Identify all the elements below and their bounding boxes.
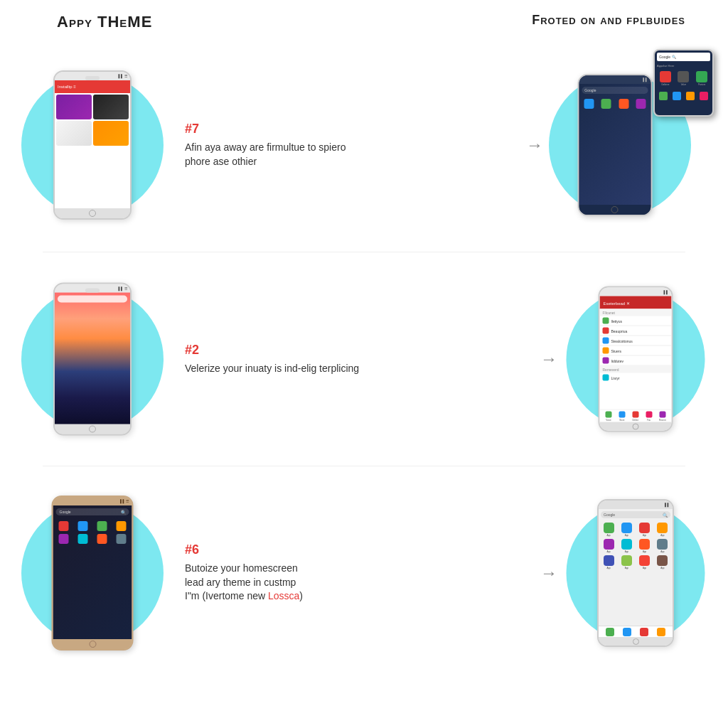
phone-img-r1: ▌▌ Google (577, 74, 652, 216)
zoom-icon-circle (678, 71, 689, 82)
card-dark (93, 95, 129, 119)
r3-icons-grid: App App App App (599, 520, 673, 572)
zoom-icons-row: Galbrine Valve Panionr (655, 68, 712, 89)
r2-bottom-label: Voice (606, 418, 611, 421)
home-circle-r3 (633, 638, 639, 645)
r3-icon (657, 523, 668, 533)
phone-camera-1 (85, 76, 100, 80)
row-2: ▌▌ ☰ #2 Velerize your inuaty is ind-elig… (14, 252, 714, 466)
r2-list-label: Lisryr (611, 375, 620, 380)
step-desc-2: Velerize your inuaty is ind-elig terplic… (185, 362, 359, 376)
phone-screen-3: Google 🔍 (53, 505, 132, 639)
p3-icon (97, 534, 107, 544)
r2-list-item: Stuers (600, 346, 672, 356)
r3-icon-item: App (601, 555, 616, 569)
r3-icon-label: App (643, 534, 646, 537)
zoom-icon-item: Panionr (696, 71, 707, 86)
arrow-1: → (526, 135, 543, 155)
r2-section-header2: Remeverd (600, 366, 672, 373)
r3-screen: Google 🔍 App App (599, 509, 673, 626)
main-content: ▌▌ ☰ Installtp ≡ #7 Afin aya away (0, 38, 728, 680)
phone-img-2: ▌▌ ☰ (53, 283, 132, 436)
home-btn-2 (55, 424, 130, 434)
card-ar (56, 95, 92, 119)
r3-search: Google 🔍 (56, 508, 129, 515)
r3-bottom-icon (640, 628, 648, 636)
r2-list-item: Iiddutev (600, 356, 672, 366)
r2-bottom-label: Recent (659, 418, 666, 421)
r2-list-label: Iletiyus (611, 318, 623, 323)
phone1-topbar: Installtp ≡ (55, 80, 130, 93)
zoom-icon-item: Galbrine (660, 71, 671, 86)
step-desc-1: Afin aya away are firmultue to spiero ph… (185, 141, 370, 168)
r3-icon (604, 523, 614, 533)
r2-topbar: Eseterbead ✕ (600, 296, 672, 309)
home-circle-r2 (633, 423, 639, 429)
home-circle-3 (89, 641, 96, 648)
r1-icon (636, 99, 646, 109)
r2-bottom-icon (605, 411, 611, 417)
card-photo (56, 121, 92, 146)
r2-list-item: Beaupriua (600, 326, 672, 336)
phone-screen-2 (55, 293, 130, 424)
zoom-bottom-icon (700, 92, 708, 100)
highlight-text: Lossca (268, 590, 299, 601)
r2-list-label: Stuers (611, 348, 621, 353)
zoom-icon-item: Valve (678, 71, 689, 86)
r3-icon-item: App (637, 539, 653, 553)
r2-section-header: Fllcanet (600, 309, 672, 316)
r3-bottom-icon (623, 628, 631, 636)
phone3-icons-grid (53, 518, 132, 547)
r3-icon-item: App (655, 523, 670, 537)
r2-list: Fllcanet Iletiyus Beaupriua Stealcottonu… (600, 309, 672, 410)
r3-icon-item: App (601, 523, 616, 537)
r2-bottom-item: Fav (646, 411, 652, 421)
step-number-1: #7 (185, 122, 199, 136)
phone-camera-3 (85, 501, 100, 505)
zoom-bottom-icons (655, 90, 712, 102)
r2-list-item: Lisryr (600, 373, 672, 382)
r3-icon-label: App (643, 550, 646, 553)
r1-icons (579, 97, 651, 111)
zoom-icon-label: Valve (681, 83, 686, 86)
header-left-title: Appy THeME (57, 13, 152, 31)
home-btn-3 (53, 639, 132, 649)
phone-screen-1: Installtp ≡ (55, 80, 130, 208)
zoom-icon-circle (696, 71, 707, 82)
r3-icon-item: App (637, 523, 653, 537)
phone-left-2: ▌▌ ☰ (14, 281, 171, 437)
r3-icon-item: App (637, 555, 653, 569)
zoom-popup: Google 🔍 Appolse Heer Galbrine Valve Pan… (653, 49, 714, 117)
p3-icon (97, 521, 107, 531)
zoom-search: Google 🔍 (657, 53, 710, 61)
r2-bottom-label: Store (619, 418, 624, 421)
row-3: ▌▌ ☰ Google 🔍 (14, 466, 714, 680)
r3-icon-label: App (660, 534, 664, 537)
phone-right-2: ▌▌ Eseterbead ✕ Fllcanet Iletiyus Beaupr… (557, 263, 714, 455)
home-circle-2 (89, 426, 96, 433)
home-circle-r1 (611, 206, 619, 213)
zoom-label: Appolse Heer (655, 63, 712, 68)
status-bar-r2: ▌▌ (600, 288, 672, 296)
r2-bottom-icon (659, 411, 665, 417)
home-btn-r2 (600, 422, 672, 431)
r1-icon (619, 99, 628, 109)
r1-search: Google (582, 87, 648, 94)
phone-camera-2 (85, 289, 100, 293)
p3-icon (78, 534, 88, 544)
phone-right-3: ▌▌ Google 🔍 App App (557, 477, 714, 669)
step-number-2: #2 (185, 343, 199, 358)
r2-list-icon (603, 348, 609, 354)
r3-icon (639, 555, 650, 566)
r2-list-label: Stealcottonus (611, 338, 633, 343)
step-number-3: #6 (185, 542, 199, 557)
phone-right-1: ▌▌ Google Google (543, 46, 714, 245)
middle-text-1: #7 Afin aya away are firmultue to spiero… (171, 122, 526, 168)
header: Appy THeME Froted on and fplbuides (0, 0, 728, 38)
r2-list-item: Stealcottonus (600, 336, 672, 346)
r3-icon (604, 539, 614, 550)
r1-icon (601, 99, 611, 109)
status-bar-r1: ▌▌ (579, 75, 651, 84)
r2-list-icon (603, 375, 609, 381)
r2-list-item: Iletiyus (600, 316, 672, 326)
